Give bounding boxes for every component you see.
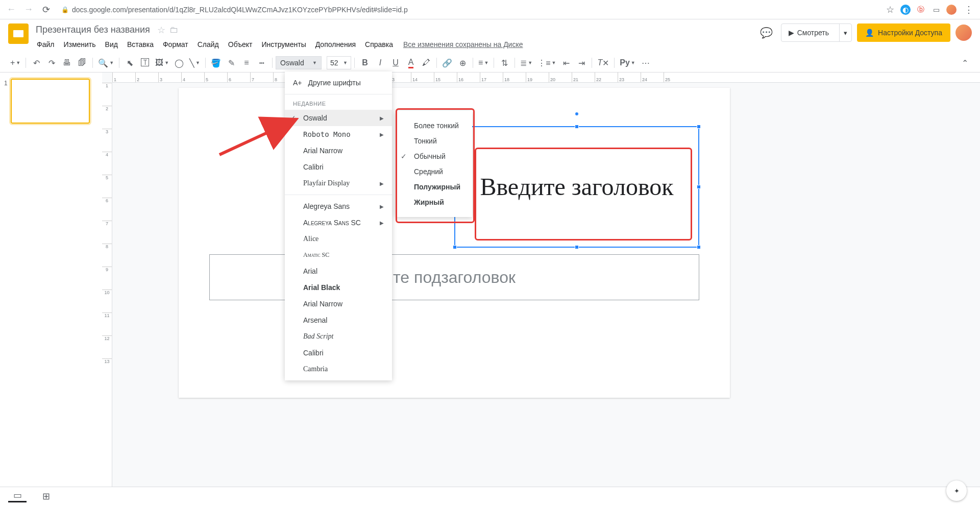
font-menu-item[interactable]: ✓Oswald▶ — [285, 110, 392, 126]
reload-icon[interactable]: ⟳ — [39, 3, 53, 17]
menu-item[interactable]: Слайд — [193, 38, 223, 51]
print-button[interactable]: 🖶 — [60, 56, 74, 70]
bold-button[interactable]: B — [358, 56, 372, 70]
resize-handle[interactable] — [697, 125, 701, 129]
share-button[interactable]: 👤 Настройки Доступа — [857, 23, 950, 42]
menu-item[interactable]: Инструменты — [257, 38, 310, 51]
font-family-select[interactable]: Oswald ▼ — [276, 56, 322, 69]
paint-format-button[interactable]: 🗐 — [75, 56, 89, 70]
textbox-tool[interactable]: 🅃 — [138, 56, 152, 70]
indent-increase-button[interactable]: ⇥ — [574, 56, 589, 70]
line-spacing-button[interactable]: ⇅ — [497, 56, 511, 70]
input-tools-button[interactable]: Ру▼ — [618, 56, 638, 70]
highlight-button[interactable]: 🖍 — [419, 56, 433, 70]
new-slide-button[interactable]: +▼ — [8, 56, 22, 70]
more-button[interactable]: ⋯ — [639, 56, 653, 70]
indent-decrease-button[interactable]: ⇤ — [559, 56, 573, 70]
font-menu-item[interactable]: Alegreya Sans▶ — [285, 198, 392, 214]
resize-handle[interactable] — [697, 185, 701, 189]
menu-item[interactable]: Объект — [224, 38, 257, 51]
text-color-button[interactable]: A — [404, 56, 418, 70]
ext-icon-1[interactable]: ◐ — [900, 5, 911, 15]
menu-item[interactable]: Дополнения — [311, 38, 360, 51]
clear-formatting-button[interactable]: T✕ — [595, 56, 611, 70]
back-icon[interactable]: ← — [4, 3, 18, 17]
submenu-arrow-icon: ▶ — [380, 115, 384, 121]
image-tool[interactable]: 🖼▼ — [153, 56, 171, 70]
star-doc-icon[interactable]: ☆ — [157, 25, 165, 36]
menu-item[interactable]: Изменить — [59, 38, 100, 51]
user-avatar[interactable] — [955, 25, 972, 41]
present-dropdown[interactable]: ▾ — [839, 24, 851, 41]
border-color-button[interactable]: ✎ — [224, 56, 238, 70]
subtitle-textbox[interactable]: те подзаголовок — [209, 254, 699, 300]
save-status[interactable]: Все изменения сохранены на Диске — [403, 40, 523, 49]
collapse-toolbar-button[interactable]: ⌃ — [958, 56, 972, 70]
resize-handle[interactable] — [575, 125, 579, 129]
submenu-arrow-icon: ▶ — [380, 132, 384, 137]
numbered-list-button[interactable]: ≣▼ — [518, 56, 534, 70]
font-menu-item[interactable]: Alegreya Sans SC▶ — [285, 214, 392, 231]
grid-view-button[interactable]: ⊞ — [37, 490, 55, 496]
font-menu-item[interactable]: Playfair Display▶ — [285, 175, 392, 191]
font-menu-item[interactable]: Arial Narrow — [285, 142, 392, 159]
font-menu-item[interactable]: Amatic SC — [285, 247, 392, 263]
zoom-button[interactable]: 🔍▼ — [96, 56, 116, 70]
font-menu-item[interactable]: Alice — [285, 231, 392, 247]
submenu-arrow-icon: ▶ — [380, 204, 384, 209]
font-menu-item[interactable]: Arsenal — [285, 312, 392, 328]
font-menu-item[interactable]: Arial Black — [285, 279, 392, 296]
filmstrip-view-button[interactable]: ▭ — [8, 490, 27, 496]
resize-handle[interactable] — [697, 245, 701, 249]
italic-button[interactable]: I — [373, 56, 387, 70]
undo-button[interactable]: ↶ — [29, 56, 43, 70]
present-button[interactable]: ▶ Смотреть — [781, 29, 836, 37]
redo-button[interactable]: ↷ — [44, 56, 59, 70]
forward-icon[interactable]: → — [21, 3, 36, 17]
line-tool[interactable]: ╲▼ — [187, 56, 202, 70]
font-menu-item[interactable]: Bad Script — [285, 328, 392, 345]
star-icon[interactable]: ☆ — [883, 3, 897, 17]
more-fonts-item[interactable]: A+ Другие шрифты — [285, 75, 392, 91]
resize-handle[interactable] — [575, 245, 579, 249]
menu-item[interactable]: Вставка — [123, 38, 158, 51]
slides-logo[interactable] — [8, 23, 29, 44]
border-dash-button[interactable]: ┅ — [255, 56, 269, 70]
select-tool[interactable]: ⬉ — [122, 56, 137, 70]
ext-icon-2[interactable]: ⓑ — [916, 5, 926, 15]
bulleted-list-button[interactable]: ⋮≡▼ — [535, 56, 558, 70]
font-menu-item[interactable]: Calibri — [285, 159, 392, 175]
fill-color-button[interactable]: 🪣 — [209, 56, 223, 70]
border-weight-button[interactable]: ≡ — [239, 56, 254, 70]
comment-button[interactable]: ⊕ — [455, 56, 470, 70]
title-textbox[interactable]: Введите заголовок — [454, 126, 699, 248]
font-menu-item[interactable]: Arial — [285, 263, 392, 279]
font-menu-item[interactable]: Arial Narrow — [285, 296, 392, 312]
subtitle-text[interactable]: те подзаголовок — [393, 268, 516, 287]
doc-title[interactable]: Презентация без названия — [33, 23, 153, 36]
comments-button[interactable]: 💬 — [757, 23, 776, 42]
font-menu-item[interactable]: Roboto Mono▶ — [285, 126, 392, 142]
move-folder-icon[interactable]: 🗀 — [169, 25, 179, 35]
shape-tool[interactable]: ◯ — [172, 56, 186, 70]
menu-item[interactable]: Справка — [361, 38, 397, 51]
url-bar[interactable]: 🔒 docs.google.com/presentation/d/1qZl8r_… — [56, 3, 880, 17]
menu-item[interactable]: Формат — [159, 38, 192, 51]
font-family-menu[interactable]: A+ Другие шрифты НЕДАВНИЕ ✓Oswald▶Roboto… — [285, 71, 392, 380]
link-button[interactable]: 🔗 — [440, 56, 454, 70]
thumbnail-item[interactable]: 1 — [4, 79, 98, 124]
thumbnail-preview[interactable] — [11, 79, 90, 124]
underline-button[interactable]: U — [388, 56, 403, 70]
browser-avatar[interactable] — [946, 5, 957, 15]
menu-item[interactable]: Файл — [33, 38, 58, 51]
font-menu-item[interactable]: Cambria — [285, 361, 392, 377]
thumbnail-panel[interactable]: 1 — [0, 73, 102, 496]
resize-handle[interactable] — [453, 245, 457, 249]
browser-menu-icon[interactable]: ⋮ — [962, 3, 976, 17]
font-menu-item[interactable]: Calibri — [285, 345, 392, 361]
ext-icon-3[interactable]: ▭ — [931, 5, 941, 15]
font-size-select[interactable]: 52 ▼ — [327, 56, 351, 69]
menu-item[interactable]: Вид — [101, 38, 122, 51]
align-button[interactable]: ≡▼ — [476, 56, 491, 70]
rotate-handle[interactable] — [575, 112, 579, 116]
